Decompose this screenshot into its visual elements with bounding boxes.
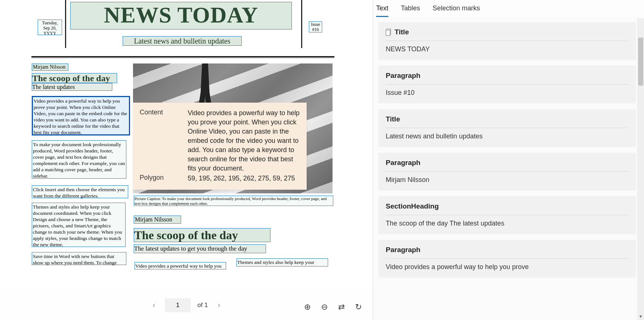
tooltip-content-value: Video provides a powerful way to help yo… <box>188 109 300 173</box>
result-content: Mirjam Nilsson <box>386 176 628 184</box>
vertical-rule-right <box>301 0 302 48</box>
detected-author-1[interactable]: Mirjam Nilsson <box>32 63 68 71</box>
detected-paragraph-4[interactable]: Themes and styles also help keep your do… <box>32 203 126 247</box>
document-canvas[interactable]: NEWS TODAY Latest news and bulletin upda… <box>0 0 373 288</box>
result-type-label: Paragraph <box>386 72 628 85</box>
detected-subheading-2[interactable]: The latest updates to get you through th… <box>134 244 266 253</box>
results-scrollbar-track[interactable]: ▲ ▼ <box>637 18 644 320</box>
next-page-button[interactable]: › <box>215 299 223 312</box>
result-card[interactable]: Paragraph Mirjam Nilsson <box>378 153 636 190</box>
zoom-in-icon[interactable]: ⊕ <box>304 302 311 312</box>
viewer-tools: ⊕ ⊖ ⇄ ↻ <box>304 302 362 312</box>
result-type-label: Title <box>386 28 628 41</box>
detected-paragraph-6[interactable]: Themes and styles also help keep your <box>236 258 328 266</box>
page-total-label: of 1 <box>197 302 208 309</box>
result-type-label: Paragraph <box>386 159 628 172</box>
tooltip-polygon-value: 59, 195, 262, 195, 262, 275, 59, 275 <box>188 174 300 183</box>
result-content: Video provides a powerful way to help yo… <box>386 263 628 271</box>
scroll-down-icon[interactable]: ▼ <box>638 314 643 319</box>
detected-subheading-1[interactable]: The latest updates <box>32 83 112 91</box>
detected-subtitle[interactable]: Latest news and bulletin updates <box>123 36 242 46</box>
detected-date[interactable]: Tuesday, Sep 20, YYYY <box>38 20 62 35</box>
results-tabs: Text Tables Selection marks <box>373 0 644 17</box>
tab-tables[interactable]: Tables <box>401 4 420 17</box>
document-icon <box>386 29 392 35</box>
zoom-out-icon[interactable]: ⊖ <box>321 302 328 312</box>
result-type-label: SectionHeading <box>386 202 628 215</box>
pagination-bar: ‹ of 1 › ⊕ ⊖ ⇄ ↻ <box>0 290 373 320</box>
result-card[interactable]: Title NEWS TODAY <box>378 22 636 60</box>
result-card[interactable]: SectionHeading The scoop of the day The … <box>378 196 636 234</box>
page-number-input[interactable] <box>165 298 191 312</box>
detected-issue[interactable]: Issue #10 <box>309 21 322 32</box>
result-content: The scoop of the day The latest updates <box>386 220 628 227</box>
result-content: Issue #10 <box>386 89 628 97</box>
detected-paragraph-7[interactable]: Video provides a powerful way to help yo… <box>134 262 226 269</box>
result-card[interactable]: Paragraph Video provides a powerful way … <box>378 240 636 278</box>
vertical-rule-left <box>65 0 66 48</box>
detected-heading-2[interactable]: The scoop of the day <box>134 228 270 242</box>
tab-text[interactable]: Text <box>376 4 388 17</box>
results-list[interactable]: Title NEWS TODAY Paragraph Issue #10 Tit… <box>373 17 644 320</box>
detected-title[interactable]: NEWS TODAY <box>70 2 292 30</box>
document-viewer-pane: NEWS TODAY Latest news and bulletin upda… <box>0 0 373 320</box>
horizontal-rule <box>31 56 334 58</box>
selection-tooltip: Content Video provides a powerful way to… <box>133 103 307 190</box>
detected-paragraph-1-selected[interactable]: Video provides a powerful way to help yo… <box>32 96 130 135</box>
tooltip-polygon-label: Polygon <box>140 174 188 183</box>
result-type-label: Paragraph <box>386 246 628 259</box>
detected-heading-1[interactable]: The scoop of the day <box>32 73 117 83</box>
newspaper-page: NEWS TODAY Latest news and bulletin upda… <box>0 0 373 288</box>
prev-page-button[interactable]: ‹ <box>150 299 158 312</box>
tooltip-content-label: Content <box>140 109 188 173</box>
rotate-icon[interactable]: ↻ <box>355 302 362 312</box>
detected-paragraph-2[interactable]: To make your document look professionall… <box>32 140 126 179</box>
detected-caption[interactable]: Picture Caption: To make your document l… <box>134 196 333 206</box>
result-type-label: Title <box>386 115 628 128</box>
fit-width-icon[interactable]: ⇄ <box>338 302 345 312</box>
tab-selection-marks[interactable]: Selection marks <box>433 4 480 17</box>
results-scrollbar-thumb[interactable] <box>638 38 643 86</box>
detected-paragraph-3[interactable]: Click Insert and then choose the element… <box>32 185 128 198</box>
result-content: NEWS TODAY <box>386 45 628 53</box>
result-type-text: Title <box>395 28 409 36</box>
detected-paragraph-5[interactable]: Save time in Word with new buttons that … <box>32 252 126 265</box>
result-content: Latest news and bulletin updates <box>386 133 628 140</box>
result-card[interactable]: Title Latest news and bulletin updates <box>378 109 636 147</box>
result-card[interactable]: Paragraph Issue #10 <box>378 66 636 103</box>
analysis-results-pane: Text Tables Selection marks Title NEWS T… <box>373 0 644 320</box>
detected-author-2[interactable]: Mirjam Nilsson <box>134 216 181 224</box>
